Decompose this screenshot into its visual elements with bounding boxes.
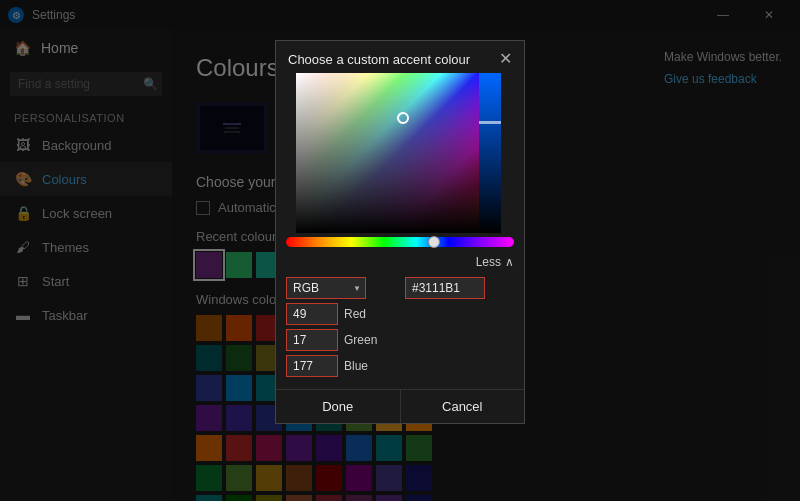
blue-input-row: Blue	[286, 355, 395, 377]
blue-label: Blue	[344, 359, 374, 373]
modal-close-button[interactable]: ✕	[499, 51, 512, 67]
custom-colour-modal: Choose a custom accent colour ✕	[275, 40, 525, 424]
right-inputs	[405, 277, 514, 381]
mode-select[interactable]: RGB HSV HSL	[286, 277, 366, 299]
green-label: Green	[344, 333, 377, 347]
left-inputs: RGB HSV HSL Red Green	[286, 277, 395, 381]
done-button[interactable]: Done	[276, 390, 401, 423]
hex-input[interactable]	[405, 277, 485, 299]
red-label: Red	[344, 307, 374, 321]
mode-row: RGB HSV HSL	[286, 277, 395, 299]
cancel-button[interactable]: Cancel	[401, 390, 525, 423]
modal-title: Choose a custom accent colour	[288, 52, 470, 67]
hex-input-row	[405, 277, 514, 299]
modal-header: Choose a custom accent colour ✕	[276, 41, 524, 73]
brightness-indicator	[479, 121, 501, 124]
red-input[interactable]	[286, 303, 338, 325]
picker-layout	[286, 73, 514, 233]
hue-slider-row	[276, 237, 524, 251]
inputs-section: RGB HSV HSL Red Green	[276, 273, 524, 389]
brightness-strip[interactable]	[479, 73, 501, 233]
canvas-black-gradient	[296, 73, 501, 233]
color-canvas[interactable]	[296, 73, 501, 233]
less-toggle[interactable]: Less ∧	[276, 251, 524, 273]
hue-slider[interactable]	[286, 237, 514, 247]
modal-overlay: Choose a custom accent colour ✕	[0, 0, 800, 501]
green-input[interactable]	[286, 329, 338, 351]
green-input-row: Green	[286, 329, 395, 351]
modal-footer: Done Cancel	[276, 389, 524, 423]
mode-select-wrap: RGB HSV HSL	[286, 277, 366, 299]
less-label: Less	[476, 255, 501, 269]
blue-input[interactable]	[286, 355, 338, 377]
chevron-up-icon: ∧	[505, 255, 514, 269]
slider-thumb	[428, 236, 440, 248]
red-input-row: Red	[286, 303, 395, 325]
